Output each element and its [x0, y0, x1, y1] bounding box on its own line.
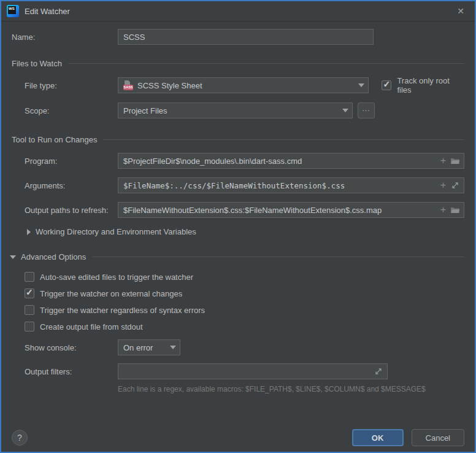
folder-browse-icon[interactable]: [450, 156, 460, 166]
output-filters-input[interactable]: [118, 363, 388, 379]
insert-macro-icon[interactable]: +: [440, 181, 446, 190]
file-type-value: SCSS Style Sheet: [137, 81, 358, 90]
scope-row: Scope: Project Files ...: [12, 103, 464, 118]
edit-watcher-dialog: { "titlebar": { "title": "Edit Watcher",…: [0, 0, 476, 453]
working-dir-toggle[interactable]: Working Directory and Environment Variab…: [12, 227, 464, 236]
expanded-triangle-icon[interactable]: [10, 255, 16, 259]
output-filters-row: Output filters:: [12, 363, 464, 379]
checkmark-icon: ✓: [383, 79, 390, 89]
autosave-checkbox-row[interactable]: ✓ Auto-save edited files to trigger the …: [12, 272, 464, 282]
autosave-label: Auto-save edited files to trigger the wa…: [40, 273, 193, 282]
arguments-input[interactable]: $FileName$:../css/$FileNameWithoutExtens…: [118, 177, 464, 193]
working-dir-toggle-label: Working Directory and Environment Variab…: [36, 227, 196, 236]
track-root-checkbox-row[interactable]: ✓ Track only root files: [382, 76, 464, 95]
expand-field-icon[interactable]: [450, 180, 460, 190]
section-divider: [92, 257, 464, 257]
output-filters-hint-row: Each line is a regex, available macros: …: [12, 385, 464, 393]
section-tool-to-run: Tool to Run on Changes: [12, 135, 464, 144]
external-changes-label: Trigger the watcher on external changes: [40, 289, 182, 298]
scope-browse-button[interactable]: ...: [358, 103, 375, 118]
scss-badge-text: SASS: [123, 85, 133, 90]
track-root-checkbox[interactable]: ✓: [382, 80, 391, 90]
tool-to-run-title: Tool to Run on Changes: [12, 135, 97, 144]
webstorm-logo-text: WS: [8, 6, 16, 14]
cancel-button[interactable]: Cancel: [412, 429, 464, 446]
autosave-checkbox[interactable]: ✓: [25, 272, 34, 282]
output-paths-label: Output paths to refresh:: [25, 206, 118, 215]
syntax-errors-checkbox[interactable]: ✓: [25, 305, 34, 315]
advanced-options-title: Advanced Options: [21, 252, 86, 261]
chevron-down-icon[interactable]: [170, 346, 176, 349]
file-type-label: File type:: [25, 81, 118, 90]
section-divider: [68, 63, 464, 64]
name-label: Name:: [12, 33, 118, 42]
name-value: SCSS: [123, 33, 369, 42]
ok-button[interactable]: OK: [352, 429, 404, 446]
show-console-label: Show console:: [25, 343, 118, 352]
output-filters-label: Output filters:: [25, 367, 118, 376]
external-changes-checkbox-row[interactable]: ✓ Trigger the watcher on external change…: [12, 288, 464, 298]
folder-browse-icon[interactable]: [450, 205, 460, 215]
files-to-watch-title: Files to Watch: [12, 59, 62, 68]
output-filters-hint: Each line is a regex, available macros: …: [118, 385, 426, 393]
titlebar: WS Edit Watcher ✕: [1, 1, 475, 21]
dialog-title: Edit Watcher: [25, 7, 70, 16]
output-paths-input[interactable]: $FileNameWithoutExtension$.css:$FileName…: [118, 202, 464, 218]
program-input[interactable]: $ProjectFileDir$\node_modules\.bin\dart-…: [118, 153, 464, 169]
chevron-down-icon[interactable]: [358, 83, 364, 87]
checkmark-icon: ✓: [26, 287, 33, 297]
show-console-row: Show console: On error: [12, 339, 464, 355]
arguments-label: Arguments:: [25, 181, 118, 190]
scope-label: Scope:: [25, 106, 118, 115]
insert-macro-icon[interactable]: +: [440, 157, 446, 165]
output-paths-row: Output paths to refresh: $FileNameWithou…: [12, 202, 464, 218]
show-console-combobox[interactable]: On error: [118, 339, 180, 355]
expand-field-icon[interactable]: [374, 366, 383, 376]
chevron-down-icon[interactable]: [342, 109, 348, 112]
file-type-combobox[interactable]: SASS SCSS Style Sheet: [118, 77, 369, 93]
webstorm-logo-icon: WS: [7, 5, 19, 17]
arguments-value: $FileName$:../css/$FileNameWithoutExtens…: [123, 181, 440, 190]
show-console-value: On error: [123, 343, 170, 352]
scope-value: Project Files: [123, 106, 342, 115]
dialog-content: Name: SCSS Files to Watch File type: SAS…: [1, 21, 475, 393]
name-input[interactable]: SCSS: [118, 29, 374, 45]
name-row: Name: SCSS: [12, 29, 464, 45]
stdout-label: Create output file from stdout: [40, 322, 143, 331]
scope-combobox[interactable]: Project Files: [118, 103, 353, 118]
close-icon[interactable]: ✕: [454, 4, 467, 18]
section-divider: [103, 139, 464, 140]
stdout-checkbox-row[interactable]: ✓ Create output file from stdout: [12, 322, 464, 331]
file-type-row: File type: SASS SCSS Style Sheet ✓ Track…: [12, 76, 464, 95]
collapsed-triangle-icon[interactable]: [27, 229, 31, 235]
insert-macro-icon[interactable]: +: [440, 206, 446, 214]
help-button[interactable]: ?: [12, 430, 28, 446]
syntax-errors-checkbox-row[interactable]: ✓ Trigger the watcher regardless of synt…: [12, 305, 464, 315]
output-paths-value: $FileNameWithoutExtension$.css:$FileName…: [123, 206, 440, 215]
program-value: $ProjectFileDir$\node_modules\.bin\dart-…: [123, 157, 440, 166]
stdout-checkbox[interactable]: ✓: [25, 322, 34, 331]
section-files-to-watch: Files to Watch: [12, 59, 464, 68]
section-advanced-options[interactable]: Advanced Options: [10, 252, 464, 261]
dialog-footer: ? OK Cancel: [12, 429, 464, 446]
arguments-row: Arguments: $FileName$:../css/$FileNameWi…: [12, 177, 464, 193]
track-root-label: Track only root files: [397, 76, 464, 95]
external-changes-checkbox[interactable]: ✓: [25, 288, 34, 298]
program-label: Program:: [25, 157, 118, 166]
program-row: Program: $ProjectFileDir$\node_modules\.…: [12, 153, 464, 169]
syntax-errors-label: Trigger the watcher regardless of syntax…: [40, 306, 205, 315]
scss-filetype-icon: SASS: [123, 80, 133, 90]
